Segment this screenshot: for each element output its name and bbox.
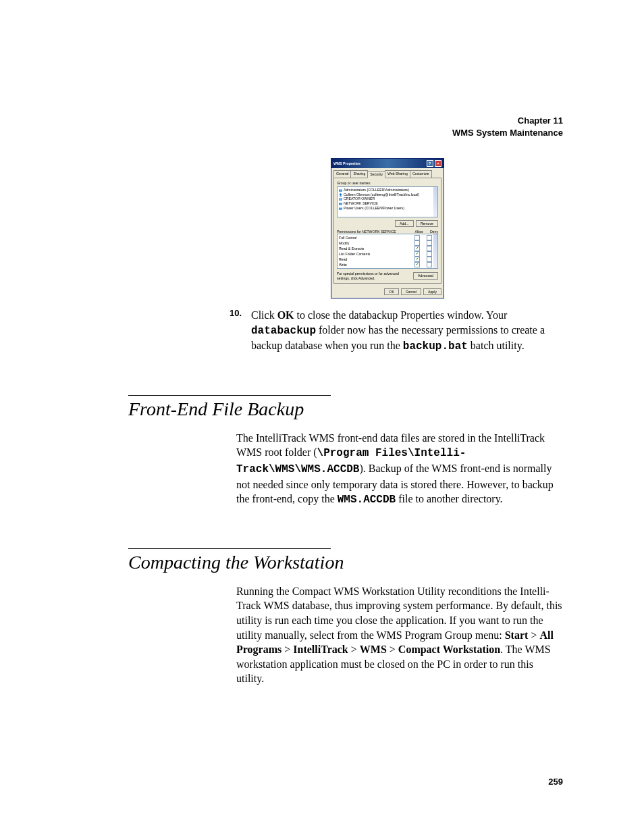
screenshot-figure: WMS Properties ? × General Sharing Secur… [331,158,563,298]
scrollbar[interactable] [433,234,437,268]
perm-name: Read [339,257,347,261]
advanced-button[interactable]: Advanced [413,272,438,279]
list-item[interactable]: NETWORK SERVICE [339,201,436,206]
group-label: Group or user names: [337,181,438,185]
page-number: 259 [548,777,563,787]
advanced-note: For special permissions or for advanced … [337,271,404,280]
list-item[interactable]: Power Users (COLLEEN\Power Users) [339,206,436,211]
list-item[interactable]: Colleen Glennon (colleeng@IntelliTrackIn… [339,192,436,197]
dialog-title: WMS Properties [333,161,360,165]
section-body: The IntelliTrack WMS front-end data file… [236,431,563,508]
apply-button[interactable]: Apply [423,288,441,295]
deny-checkbox[interactable] [427,235,432,240]
permissions-listbox[interactable]: Full Control Modify Read & Execute List … [337,234,438,269]
perm-name: Read & Execute [339,246,365,251]
help-icon[interactable]: ? [427,160,433,167]
close-icon[interactable]: × [435,160,441,167]
section-divider [128,395,331,396]
deny-checkbox[interactable] [427,246,432,251]
perm-name: Modify [339,241,349,245]
properties-dialog: WMS Properties ? × General Sharing Secur… [331,158,444,298]
tab-sharing[interactable]: Sharing [350,170,368,177]
step-text: Click OK to close the databackup Propert… [251,308,563,355]
add-button[interactable]: Add... [395,220,414,227]
tab-strip: General Sharing Security Web Sharing Cus… [331,168,444,177]
remove-button[interactable]: Remove [416,220,438,227]
deny-checkbox[interactable] [427,240,432,246]
deny-checkbox[interactable] [427,251,432,257]
allow-checkbox[interactable] [414,235,420,240]
ok-button[interactable]: OK [384,288,399,295]
chapter-title: WMS System Maintenance [128,127,563,139]
scrollbar[interactable] [433,187,437,217]
step-number: 10. [230,308,244,355]
perm-name: Write [339,263,347,267]
step-10: 10. Click OK to close the databackup Pro… [230,308,563,355]
section-heading: Compacting the Workstation [128,552,563,573]
list-item[interactable]: CREATOR OWNER [339,197,436,201]
tab-web-sharing[interactable]: Web Sharing [385,170,410,177]
allow-checkbox[interactable] [414,257,420,262]
page-header: Chapter 11 WMS System Maintenance [128,115,563,139]
allow-checkbox[interactable] [414,246,420,251]
deny-checkbox[interactable] [427,257,432,262]
users-listbox[interactable]: Administrators (COLLEEN\Administrators) … [337,186,438,217]
deny-checkbox[interactable] [427,262,432,267]
section-divider [128,548,331,549]
perm-name: Full Control [339,236,357,240]
allow-checkbox[interactable] [414,262,420,267]
allow-checkbox[interactable] [414,251,420,257]
tab-security[interactable]: Security [367,171,385,178]
perm-name: List Folder Contents [339,252,370,256]
tab-general[interactable]: General [333,170,351,177]
cancel-button[interactable]: Cancel [401,288,421,295]
list-item[interactable]: Administrators (COLLEEN\Administrators) [339,188,436,192]
allow-checkbox[interactable] [414,240,420,246]
chapter-label: Chapter 11 [128,115,563,127]
section-heading: Front-End File Backup [128,398,563,420]
tab-customize[interactable]: Customize [410,170,432,177]
section-body: Running the Compact WMS Workstation Util… [236,584,563,686]
